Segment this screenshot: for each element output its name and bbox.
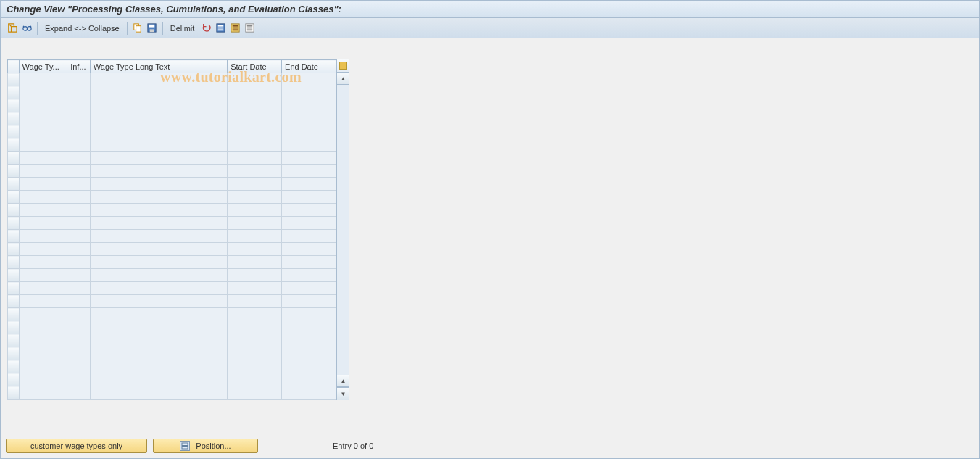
cell-inf[interactable] [67, 178, 91, 191]
cell-start-date[interactable] [228, 295, 282, 308]
cell-inf[interactable] [67, 165, 91, 178]
cell-inf[interactable] [67, 308, 91, 321]
row-selector[interactable] [8, 295, 20, 308]
select-all-icon[interactable] [215, 22, 226, 34]
row-selector[interactable] [8, 347, 20, 360]
cell-wage-type[interactable] [19, 204, 67, 217]
cell-inf[interactable] [67, 256, 91, 269]
cell-inf[interactable] [67, 112, 91, 125]
select-block-icon[interactable] [229, 22, 241, 34]
cell-long-text[interactable] [90, 217, 227, 230]
cell-start-date[interactable] [228, 138, 282, 152]
cell-wage-type[interactable] [19, 295, 67, 308]
cell-start-date[interactable] [228, 243, 282, 256]
cell-inf[interactable] [67, 99, 91, 112]
cell-end-date[interactable] [282, 269, 336, 282]
cell-wage-type[interactable] [19, 152, 67, 165]
cell-end-date[interactable] [282, 243, 336, 256]
cell-long-text[interactable] [90, 373, 227, 386]
cell-end-date[interactable] [282, 165, 336, 178]
cell-long-text[interactable] [90, 308, 227, 321]
cell-inf[interactable] [67, 295, 91, 308]
cell-wage-type[interactable] [19, 308, 67, 321]
cell-start-date[interactable] [228, 360, 282, 373]
row-selector[interactable] [8, 99, 20, 112]
cell-inf[interactable] [67, 152, 91, 165]
scroll-down-button[interactable]: ▼ [337, 387, 349, 400]
cell-start-date[interactable] [228, 386, 282, 400]
cell-wage-type[interactable] [19, 112, 67, 125]
save-icon[interactable] [146, 22, 158, 34]
undo-icon[interactable] [200, 22, 212, 34]
cell-start-date[interactable] [228, 269, 282, 282]
cell-inf[interactable] [67, 230, 91, 243]
glasses-icon[interactable] [21, 22, 33, 34]
cell-wage-type[interactable] [19, 360, 67, 373]
copy-icon[interactable] [132, 22, 144, 34]
cell-end-date[interactable] [282, 191, 336, 204]
row-selector[interactable] [8, 73, 20, 86]
scroll-up-button[interactable]: ▲ [337, 73, 349, 85]
cell-start-date[interactable] [228, 178, 282, 191]
cell-inf[interactable] [67, 73, 91, 86]
column-header-wage-type[interactable]: Wage Ty... [19, 60, 67, 73]
cell-wage-type[interactable] [19, 99, 67, 112]
cell-long-text[interactable] [90, 386, 227, 400]
cell-start-date[interactable] [228, 86, 282, 99]
cell-inf[interactable] [67, 321, 91, 334]
cell-start-date[interactable] [228, 152, 282, 165]
cell-wage-type[interactable] [19, 321, 67, 334]
cell-start-date[interactable] [228, 112, 282, 125]
cell-start-date[interactable] [228, 347, 282, 360]
cell-inf[interactable] [67, 334, 91, 347]
cell-end-date[interactable] [282, 386, 336, 400]
cell-start-date[interactable] [228, 230, 282, 243]
cell-start-date[interactable] [228, 282, 282, 295]
cell-end-date[interactable] [282, 282, 336, 295]
column-header-selector[interactable] [8, 60, 20, 73]
row-selector[interactable] [8, 112, 20, 125]
row-selector[interactable] [8, 282, 20, 295]
toggle-icon[interactable] [7, 22, 18, 34]
cell-wage-type[interactable] [19, 165, 67, 178]
cell-end-date[interactable] [282, 230, 336, 243]
row-selector[interactable] [8, 125, 20, 138]
scroll-page-up-button[interactable]: ▲ [337, 375, 349, 387]
cell-long-text[interactable] [90, 99, 227, 112]
column-header-inf[interactable]: Inf... [67, 60, 91, 73]
cell-long-text[interactable] [90, 112, 227, 125]
cell-wage-type[interactable] [19, 256, 67, 269]
cell-wage-type[interactable] [19, 334, 67, 347]
row-selector[interactable] [8, 256, 20, 269]
delimit-button[interactable]: Delimit [167, 24, 198, 33]
cell-start-date[interactable] [228, 165, 282, 178]
cell-start-date[interactable] [228, 256, 282, 269]
cell-wage-type[interactable] [19, 269, 67, 282]
cell-long-text[interactable] [90, 256, 227, 269]
cell-end-date[interactable] [282, 256, 336, 269]
cell-wage-type[interactable] [19, 386, 67, 400]
cell-start-date[interactable] [228, 99, 282, 112]
cell-end-date[interactable] [282, 86, 336, 99]
cell-inf[interactable] [67, 360, 91, 373]
cell-end-date[interactable] [282, 334, 336, 347]
cell-long-text[interactable] [90, 360, 227, 373]
cell-inf[interactable] [67, 217, 91, 230]
row-selector[interactable] [8, 204, 20, 217]
cell-end-date[interactable] [282, 112, 336, 125]
deselect-all-icon[interactable] [244, 22, 255, 34]
cell-long-text[interactable] [90, 269, 227, 282]
row-selector[interactable] [8, 178, 20, 191]
row-selector[interactable] [8, 360, 20, 373]
cell-inf[interactable] [67, 191, 91, 204]
cell-wage-type[interactable] [19, 73, 67, 86]
cell-end-date[interactable] [282, 347, 336, 360]
cell-end-date[interactable] [282, 204, 336, 217]
cell-end-date[interactable] [282, 152, 336, 165]
cell-end-date[interactable] [282, 178, 336, 191]
cell-start-date[interactable] [228, 321, 282, 334]
cell-inf[interactable] [67, 347, 91, 360]
column-header-long-text[interactable]: Wage Type Long Text [90, 60, 227, 73]
cell-inf[interactable] [67, 204, 91, 217]
cell-wage-type[interactable] [19, 191, 67, 204]
